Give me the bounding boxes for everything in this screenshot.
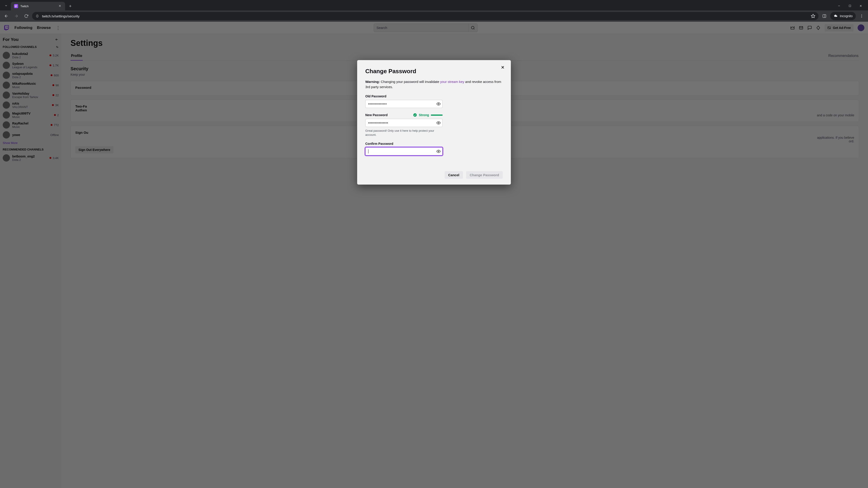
- check-circle-icon: [413, 113, 417, 117]
- incognito-indicator[interactable]: Incognito: [830, 12, 856, 20]
- svg-rect-5: [849, 5, 851, 7]
- new-password-field: New Password Strong ••••••••••••••• Grea…: [365, 113, 442, 137]
- confirm-password-input[interactable]: [365, 147, 442, 156]
- strength-label: Strong: [419, 113, 429, 117]
- nav-back-button[interactable]: [2, 12, 10, 20]
- svg-point-14: [862, 16, 862, 17]
- window-minimize-button[interactable]: [836, 3, 842, 9]
- confirm-password-label: Confirm Password: [365, 142, 393, 145]
- password-strength-indicator: Strong: [413, 113, 442, 117]
- page-viewport: Following Browse ⋮ Search Get Ad-Free: [0, 22, 868, 488]
- old-password-input[interactable]: ••••••••••••••: [365, 100, 442, 108]
- twitch-favicon: [14, 4, 18, 8]
- incognito-icon: [833, 14, 837, 18]
- svg-marker-10: [811, 14, 815, 18]
- incognito-label: Incognito: [840, 14, 852, 18]
- browser-tab-active[interactable]: Twitch: [11, 2, 65, 10]
- nav-forward-button[interactable]: [12, 12, 20, 20]
- window-close-button[interactable]: [858, 3, 864, 9]
- svg-point-28: [438, 151, 439, 152]
- svg-point-13: [862, 14, 862, 15]
- browser-tabstrip: Twitch: [0, 0, 868, 10]
- site-info-button[interactable]: [35, 14, 39, 18]
- change-password-submit-button[interactable]: Change Password: [466, 171, 503, 179]
- change-password-modal: Change Password Warning: Changing your p…: [357, 60, 511, 185]
- tab-title: Twitch: [20, 4, 56, 8]
- new-tab-button[interactable]: [67, 3, 74, 9]
- old-password-field: Old Password ••••••••••••••: [365, 94, 442, 108]
- old-password-label: Old Password: [365, 94, 386, 98]
- password-hint: Great password! Only use it here to help…: [365, 129, 438, 137]
- url-text: twitch.tv/settings/security: [42, 14, 808, 18]
- svg-point-27: [438, 123, 439, 124]
- new-password-input[interactable]: •••••••••••••••: [365, 119, 442, 127]
- svg-rect-11: [823, 14, 826, 18]
- svg-point-15: [862, 17, 862, 18]
- toggle-visibility-icon[interactable]: [436, 102, 440, 106]
- stream-key-link[interactable]: your stream key: [440, 80, 464, 84]
- new-password-label: New Password: [365, 113, 388, 117]
- modal-title: Change Password: [365, 68, 503, 75]
- cancel-button[interactable]: Cancel: [445, 171, 463, 179]
- side-panel-button[interactable]: [820, 12, 829, 20]
- modal-close-button[interactable]: [499, 64, 506, 71]
- confirm-password-field: Confirm Password: [365, 142, 442, 156]
- strength-bar: [431, 115, 442, 116]
- address-bar[interactable]: twitch.tv/settings/security: [32, 12, 818, 20]
- browser-toolbar: twitch.tv/settings/security Incognito: [0, 10, 868, 22]
- window-controls: [836, 3, 868, 10]
- bookmark-star-icon[interactable]: [811, 14, 815, 18]
- window-maximize-button[interactable]: [847, 3, 853, 9]
- browser-menu-button[interactable]: [858, 12, 866, 20]
- toggle-visibility-icon[interactable]: [436, 149, 440, 153]
- tab-close-button[interactable]: [58, 4, 62, 8]
- modal-warning: Warning: Changing your password will inv…: [365, 79, 503, 90]
- tab-search-button[interactable]: [2, 2, 10, 9]
- svg-point-25: [438, 103, 439, 105]
- nav-reload-button[interactable]: [22, 12, 30, 20]
- toggle-visibility-icon[interactable]: [436, 121, 440, 125]
